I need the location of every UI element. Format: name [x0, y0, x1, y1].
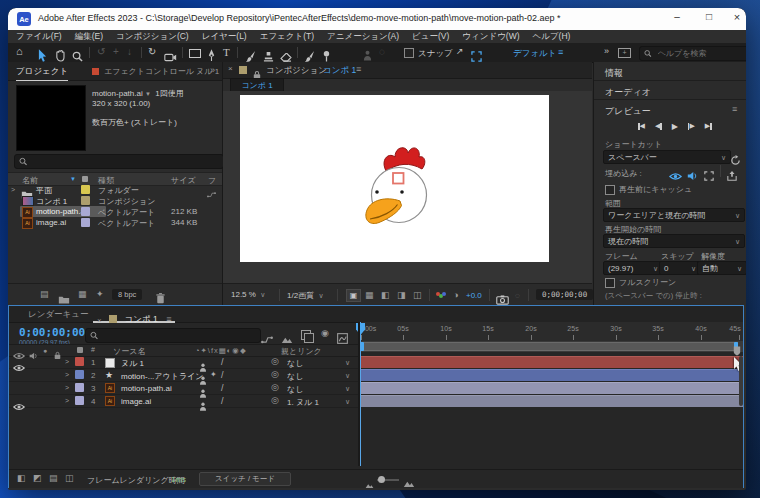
quality-switch-icon[interactable]: / [221, 370, 224, 380]
parent-dropdown-chevron[interactable]: ∨ [345, 398, 350, 405]
composition-marker-icon[interactable]: ◧ [17, 474, 26, 483]
frame-rate-dropdown[interactable]: (29.97)∨ [603, 261, 663, 275]
layer-label-chip[interactable] [75, 357, 84, 366]
layer-row-1[interactable]: > 1 ヌル 1 / ◎ なし ∨ [9, 355, 358, 369]
menu-window[interactable]: ウィンドウ(W) [462, 31, 519, 43]
exposure-icon[interactable]: ◑ [453, 291, 458, 300]
dolly-camera-tool-icon[interactable]: ↓ [127, 47, 132, 57]
shy-switch-icon[interactable] [199, 397, 207, 415]
layer-eye-icon[interactable] [13, 397, 25, 415]
previous-frame-button[interactable]: ◀ [655, 122, 662, 130]
project-row-motion-path[interactable]: Ai motion-path.ai ベクトルアート 212 KB [8, 206, 222, 217]
sort-arrow-icon[interactable]: ▼ [70, 176, 76, 182]
type-tool-icon[interactable]: T [223, 46, 230, 58]
play-button[interactable]: ▶ [672, 122, 678, 131]
fast-previews-icon[interactable]: ▣ [346, 289, 361, 302]
timeline-search-input[interactable] [102, 330, 256, 341]
tab-overflow-icon[interactable]: » [210, 66, 215, 75]
project-settings-icon[interactable]: ✦ [96, 290, 104, 299]
layer-row-2[interactable]: > 2 ★ motion-...アウトライン ✦ / ◎ なし ∨ [9, 368, 358, 382]
tab-close-icon[interactable]: × [97, 316, 102, 325]
rectangle-tool-icon[interactable] [189, 49, 201, 58]
quality-switch-icon[interactable]: / [221, 383, 224, 393]
item-name[interactable]: motion-path.ai [36, 207, 87, 216]
bit-depth-button[interactable]: 8 bpc [112, 289, 142, 300]
range-dropdown[interactable]: ワークエリアと現在の時間∨ [603, 208, 745, 222]
timeline-timecode[interactable]: 0;00;00;00 [19, 326, 85, 339]
pick-whip-icon[interactable]: ◎ [271, 357, 279, 366]
layer-expander-icon[interactable]: > [65, 371, 69, 378]
comp-panel-title[interactable]: コンポジション [266, 65, 327, 77]
layer-name[interactable]: image.ai [121, 397, 151, 406]
label-chip[interactable] [81, 207, 90, 216]
show-snapshot-icon[interactable]: ◌ [515, 291, 520, 300]
exposure-value[interactable]: +0.0 [466, 291, 482, 300]
panel-menu-icon[interactable]: ≡ [356, 65, 361, 74]
help-search[interactable] [639, 46, 746, 61]
tab-effect-controls[interactable]: エフェクトコントロール ヌル 1 [104, 66, 219, 77]
manage-panels-icon[interactable]: + [618, 48, 631, 58]
tab-render-queue[interactable]: レンダーキュー [28, 309, 89, 321]
layer-bar-2[interactable] [360, 369, 743, 381]
live-update-icon[interactable]: ◩ [33, 474, 42, 483]
maximize-button[interactable]: □ [698, 11, 720, 27]
draft-icon[interactable]: ▤ [49, 474, 58, 483]
panel-close-icon[interactable]: × [228, 65, 233, 73]
home-tool-icon[interactable]: ⌂ [16, 46, 23, 57]
collapse-switch-icon[interactable]: ✦ [210, 370, 217, 379]
timeline-search[interactable] [85, 328, 261, 343]
layer-row-3[interactable]: > 3 Ai motion-path.ai / ◎ なし ∨ [9, 381, 358, 395]
timeline-split-divider[interactable] [358, 322, 360, 466]
footage-dropdown-icon[interactable]: ▼ [145, 91, 151, 97]
preview-panel-header[interactable]: プレビュー [605, 105, 651, 118]
menu-file[interactable]: ファイル(F) [16, 31, 62, 43]
parent-dropdown[interactable]: 1. ヌル 1 [287, 397, 319, 408]
channel-icon[interactable] [436, 292, 446, 300]
comp-timecode[interactable]: 0;00;00;00 [536, 289, 593, 300]
zoom-in-mountain-icon[interactable] [403, 474, 415, 490]
lasso-icon[interactable]: ◌ [379, 47, 385, 57]
layer-name[interactable]: motion-path.ai [121, 384, 172, 393]
resolution-dropdown[interactable]: 1/2画質 ∨ [287, 290, 324, 301]
workspace-menu-icon[interactable]: ≡ [558, 47, 563, 57]
resolution-dropdown-preview[interactable]: 自動∨ [697, 261, 746, 275]
new-composition-icon[interactable]: ▦ [78, 290, 87, 299]
label-column-icon[interactable] [77, 347, 83, 353]
last-frame-button[interactable]: ▶ [705, 122, 712, 130]
include-video-eye-icon[interactable] [669, 167, 682, 185]
preview-panel-menu-icon[interactable]: ≡ [732, 105, 737, 114]
layer-label-chip[interactable] [75, 383, 84, 392]
help-search-input[interactable] [656, 48, 746, 59]
time-ruler[interactable]: :00s 05s 10s 15s 20s 25s 30s 35s 40s 45s [358, 322, 743, 342]
menu-view[interactable]: ビュー(V) [412, 31, 449, 43]
close-button[interactable]: × [728, 11, 746, 27]
transparency-grid-icon[interactable]: ▦ [365, 291, 374, 300]
playhead-line[interactable] [360, 322, 361, 466]
layer-row-4[interactable]: > 4 Ai image.ai / ◎ 1. ヌル 1 ∨ [9, 394, 358, 408]
next-frame-button[interactable]: ▶ [688, 122, 695, 130]
tab-comp-1[interactable]: × コンポ 1 ≡ [93, 306, 175, 323]
cache-before-playback-checkbox[interactable] [605, 185, 615, 195]
guides-icon[interactable]: ◫ [413, 291, 422, 300]
menu-effect[interactable]: エフェクト(T) [260, 31, 314, 43]
workspace-label[interactable]: デフォルト [513, 48, 557, 60]
menu-layer[interactable]: レイヤー(L) [202, 31, 247, 43]
quality-switch-icon[interactable]: / [221, 357, 224, 367]
snap-checkbox[interactable] [404, 48, 414, 58]
project-row-comp[interactable]: コンポ 1 コンポジション [8, 195, 222, 206]
motion-blur-icon[interactable]: ◉ [321, 329, 329, 338]
tab-project[interactable]: プロジェクト [16, 66, 68, 81]
project-row-image[interactable]: Ai image.ai ベクトルアート 344 KB [8, 217, 222, 228]
frame-blend-icon[interactable] [301, 330, 311, 340]
include-audio-speaker-icon[interactable] [687, 166, 698, 184]
label-chip[interactable] [81, 218, 90, 227]
more-workspaces-icon[interactable]: » [604, 47, 609, 56]
fullscreen-checkbox[interactable] [605, 278, 615, 288]
layer-bar-3[interactable] [360, 382, 743, 394]
number-column[interactable]: # [91, 346, 95, 353]
parent-dropdown-chevron[interactable]: ∨ [345, 359, 350, 366]
include-overlays-icon[interactable] [704, 166, 714, 184]
item-name[interactable]: image.ai [36, 218, 66, 227]
minimize-button[interactable]: – [666, 11, 688, 27]
auto-keyframe-icon[interactable]: ◫ [65, 474, 74, 483]
